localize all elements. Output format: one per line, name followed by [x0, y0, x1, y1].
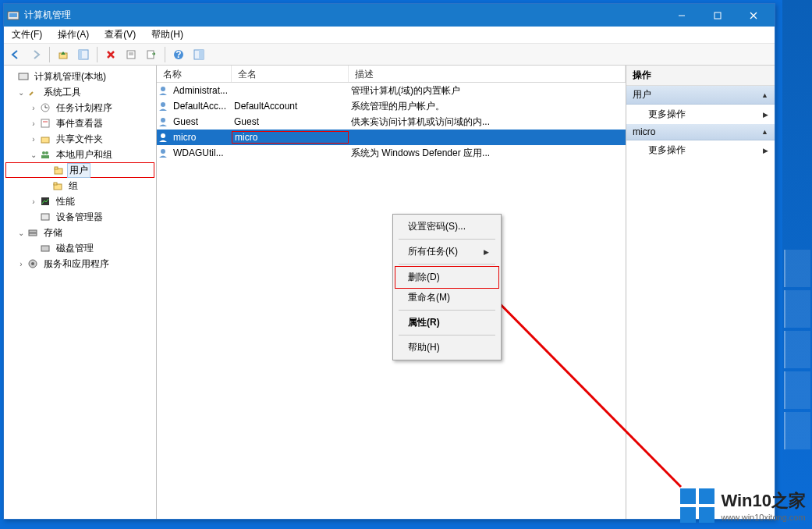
svg-point-42 — [161, 118, 165, 122]
minimize-button[interactable] — [664, 4, 700, 27]
taskbar-item[interactable] — [784, 290, 810, 328]
up-folder-button[interactable] — [55, 46, 72, 63]
actions-pane: 操作 用户▲ 更多操作▶ micro▲ 更多操作▶ — [626, 66, 775, 519]
menu-file[interactable]: 文件(F) — [9, 27, 45, 43]
chevron-right-icon: ▶ — [763, 111, 768, 119]
watermark: Win10之家 www.win10xitong.com — [680, 488, 806, 523]
export-button[interactable] — [143, 46, 160, 63]
svg-rect-28 — [41, 155, 49, 158]
list-row[interactable]: DefaultAcc... DefaultAccount 系统管理的用户帐户。 — [157, 98, 626, 114]
computer-icon — [17, 70, 30, 83]
help-button[interactable]: ? — [170, 46, 187, 63]
svg-point-43 — [161, 133, 165, 138]
tree-device-manager[interactable]: 设备管理器 — [5, 209, 154, 225]
action-section-micro[interactable]: micro▲ — [626, 124, 775, 140]
tree-event-viewer[interactable]: ›事件查看器 — [5, 115, 154, 131]
tree-services-apps[interactable]: ›服务和应用程序 — [5, 256, 154, 272]
svg-rect-1 — [9, 13, 17, 17]
event-icon — [39, 117, 51, 130]
toolbar: ? — [4, 44, 775, 66]
ctx-properties[interactable]: 属性(R) — [395, 313, 498, 332]
ctx-set-password[interactable]: 设置密码(S)... — [395, 217, 498, 236]
list-row[interactable]: WDAGUtil... 系统为 Windows Defender 应用... — [157, 145, 626, 161]
delete-button[interactable] — [102, 46, 119, 63]
action-section-users[interactable]: 用户▲ — [626, 86, 775, 105]
chevron-up-icon: ▲ — [761, 91, 768, 99]
action-more-1[interactable]: 更多操作▶ — [626, 105, 775, 124]
tree-shared-folders[interactable]: ›共享文件夹 — [5, 131, 154, 147]
svg-rect-36 — [29, 233, 37, 236]
services-icon — [27, 257, 39, 270]
taskbar-item[interactable] — [784, 331, 810, 368]
ctx-delete[interactable]: 删除(D) — [395, 266, 499, 289]
nav-tree[interactable]: 计算机管理(本地) ⌄系统工具 ›任务计划程序 ›事件查看器 ›共享文件夹 ⌄本… — [4, 66, 157, 519]
watermark-url: www.win10xitong.com — [721, 513, 806, 522]
action-more-2[interactable]: 更多操作▶ — [626, 140, 775, 160]
tree-users[interactable]: 用户 — [5, 162, 154, 178]
tree-performance[interactable]: ›性能 — [5, 193, 154, 209]
ctx-rename[interactable]: 重命名(M) — [395, 288, 498, 307]
back-button[interactable] — [7, 46, 24, 63]
tree-system-tools[interactable]: ⌄系统工具 — [5, 84, 154, 100]
chevron-right-icon: ▶ — [763, 147, 768, 154]
svg-rect-30 — [55, 167, 58, 169]
svg-point-40 — [161, 87, 165, 91]
svg-rect-19 — [19, 73, 28, 80]
user-icon — [157, 84, 169, 97]
list-row[interactable]: Administrat... 管理计算机(域)的内置帐户 — [157, 83, 626, 98]
tree-disk-management[interactable]: 磁盘管理 — [5, 240, 154, 256]
tree-root[interactable]: 计算机管理(本地) — [5, 69, 154, 84]
tree-storage[interactable]: ⌄存储 — [5, 225, 154, 240]
svg-rect-3 — [714, 12, 721, 19]
show-hide-tree-button[interactable] — [75, 46, 92, 63]
ctx-help[interactable]: 帮助(H) — [395, 338, 498, 357]
user-list[interactable]: 名称 全名 描述 Administrat... 管理计算机(域)的内置帐户 De… — [157, 66, 626, 519]
svg-rect-32 — [54, 183, 57, 185]
forward-button[interactable] — [27, 46, 44, 63]
tree-local-users-groups[interactable]: ⌄本地用户和组 — [5, 147, 154, 162]
refresh-button[interactable] — [190, 46, 207, 63]
svg-rect-35 — [29, 230, 37, 233]
svg-rect-49 — [699, 507, 714, 523]
col-description[interactable]: 描述 — [349, 66, 626, 82]
menu-help[interactable]: 帮助(H) — [148, 27, 186, 43]
list-header[interactable]: 名称 全名 描述 — [157, 66, 626, 83]
storage-icon — [27, 226, 39, 239]
tools-icon — [27, 86, 39, 98]
taskbar-item[interactable] — [784, 250, 810, 287]
user-icon — [157, 100, 169, 112]
svg-rect-47 — [699, 488, 714, 504]
list-row-selected[interactable]: micro micro — [157, 130, 626, 145]
share-icon — [39, 133, 51, 145]
col-fullname[interactable]: 全名 — [232, 66, 349, 82]
user-icon — [157, 115, 169, 128]
close-button[interactable] — [736, 4, 771, 27]
chevron-up-icon: ▲ — [761, 128, 768, 136]
users-icon — [39, 148, 51, 161]
tree-groups[interactable]: 组 — [5, 178, 154, 193]
svg-rect-25 — [41, 137, 49, 143]
menubar: 文件(F) 操作(A) 查看(V) 帮助(H) — [4, 27, 775, 44]
tree-task-scheduler[interactable]: ›任务计划程序 — [5, 100, 154, 115]
svg-point-27 — [45, 151, 48, 154]
menu-view[interactable]: 查看(V) — [101, 27, 139, 43]
folder-icon — [51, 179, 64, 192]
titlebar[interactable]: 计算机管理 — [4, 4, 775, 27]
taskbar-item[interactable] — [784, 371, 810, 409]
desktop-taskbar-edge — [782, 0, 812, 529]
svg-point-26 — [42, 151, 45, 154]
app-icon — [7, 9, 20, 22]
svg-rect-14 — [147, 51, 154, 59]
ctx-all-tasks[interactable]: 所有任务(K)▶ — [395, 242, 498, 261]
disk-icon — [39, 242, 51, 254]
svg-point-39 — [31, 262, 34, 265]
svg-rect-34 — [41, 214, 49, 220]
window-title: 计算机管理 — [24, 9, 664, 22]
properties-button[interactable] — [122, 46, 140, 63]
menu-action[interactable]: 操作(A) — [55, 27, 92, 43]
col-name[interactable]: 名称 — [157, 66, 232, 82]
svg-point-44 — [161, 149, 165, 154]
maximize-button[interactable] — [700, 4, 736, 27]
list-row[interactable]: Guest Guest 供来宾访问计算机或访问域的内... — [157, 114, 626, 130]
taskbar-item[interactable] — [784, 412, 810, 449]
